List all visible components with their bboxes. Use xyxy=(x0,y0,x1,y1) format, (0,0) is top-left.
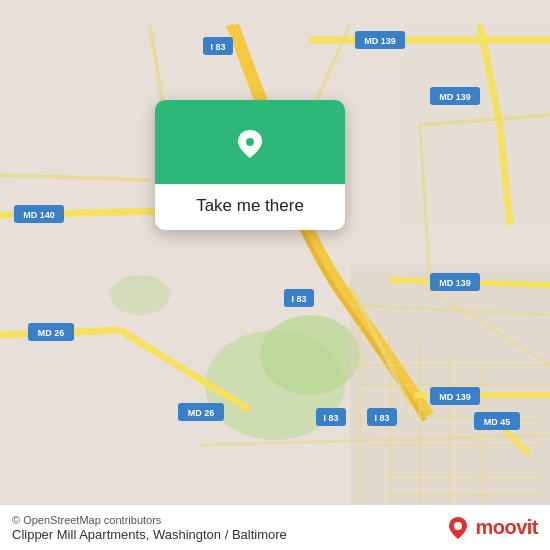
map-background: MD 139 I 83 MD 139 MD 140 MD 139 I 83 MD… xyxy=(0,0,550,550)
moovit-icon xyxy=(445,515,471,541)
map-attribution: © OpenStreetMap contributors xyxy=(12,514,287,526)
moovit-text: moovit xyxy=(475,516,538,539)
location-pin-icon xyxy=(228,122,272,166)
svg-text:MD 26: MD 26 xyxy=(188,408,215,418)
svg-point-2 xyxy=(260,315,360,395)
popup-icon-area xyxy=(155,100,345,184)
svg-text:MD 26: MD 26 xyxy=(38,328,65,338)
svg-point-62 xyxy=(246,138,254,146)
bottom-bar: © OpenStreetMap contributors Clipper Mil… xyxy=(0,504,550,550)
svg-text:MD 45: MD 45 xyxy=(484,417,511,427)
svg-point-3 xyxy=(110,275,170,315)
moovit-logo: moovit xyxy=(445,515,538,541)
svg-text:MD 140: MD 140 xyxy=(23,210,55,220)
svg-text:MD 139: MD 139 xyxy=(364,36,396,46)
svg-text:I 83: I 83 xyxy=(210,42,225,52)
svg-point-63 xyxy=(454,522,462,530)
take-me-there-button[interactable]: Take me there xyxy=(180,184,320,230)
map-container: MD 139 I 83 MD 139 MD 140 MD 139 I 83 MD… xyxy=(0,0,550,550)
svg-text:I 83: I 83 xyxy=(374,413,389,423)
svg-text:MD 139: MD 139 xyxy=(439,278,471,288)
svg-text:MD 139: MD 139 xyxy=(439,392,471,402)
location-name: Clipper Mill Apartments, Washington / Ba… xyxy=(12,527,287,542)
svg-text:I 83: I 83 xyxy=(323,413,338,423)
svg-text:MD 139: MD 139 xyxy=(439,92,471,102)
popup-card: Take me there xyxy=(155,100,345,230)
svg-text:I 83: I 83 xyxy=(291,294,306,304)
